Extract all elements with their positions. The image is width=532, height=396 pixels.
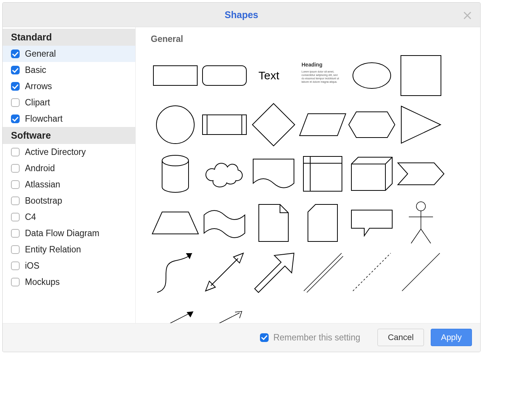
remember-setting[interactable]: Remember this setting (260, 333, 360, 343)
shape-callout[interactable] (347, 198, 396, 248)
svg-line-24 (385, 157, 392, 164)
shape-parallelogram[interactable] (298, 100, 347, 149)
shape-circle[interactable] (151, 100, 200, 149)
category-checkbox[interactable] (11, 114, 20, 123)
category-item[interactable]: iOS (3, 258, 135, 274)
shape-curve-arrow[interactable] (151, 248, 200, 297)
shape-text[interactable]: Text (249, 51, 298, 100)
shape-link[interactable] (298, 248, 347, 297)
category-item[interactable]: Basic (3, 62, 135, 78)
svg-rect-0 (153, 66, 197, 85)
category-item[interactable]: General (3, 46, 135, 62)
svg-marker-14 (252, 104, 295, 146)
category-checkbox[interactable] (11, 196, 20, 205)
shape-bi-arrow[interactable] (200, 248, 249, 297)
shape-tape[interactable] (200, 198, 249, 248)
shape-preview-panel[interactable]: General Text Heading Lorem ipsum dolor s… (136, 27, 480, 323)
category-item[interactable]: Mockups (3, 274, 135, 290)
svg-rect-1 (203, 66, 246, 85)
category-item[interactable]: Active Directory (3, 144, 135, 160)
close-icon[interactable] (460, 8, 475, 23)
shape-card[interactable] (298, 198, 347, 248)
svg-marker-15 (300, 114, 346, 136)
dialog-footer: Remember this setting Cancel Apply (3, 323, 480, 352)
shape-dashed-line[interactable] (347, 248, 396, 297)
svg-point-8 (353, 63, 391, 88)
shape-cloud[interactable] (200, 149, 249, 198)
shape-triangle[interactable] (396, 100, 445, 149)
shape-trapezoid[interactable] (151, 198, 200, 248)
category-checkbox[interactable] (11, 148, 20, 156)
svg-point-10 (156, 106, 194, 144)
shape-rounded-rectangle[interactable] (200, 51, 249, 100)
shape-cylinder[interactable] (151, 149, 200, 198)
category-label: Bootstrap (25, 196, 62, 206)
svg-line-39 (307, 256, 343, 292)
cancel-button[interactable]: Cancel (377, 329, 424, 346)
shape-note[interactable] (249, 198, 298, 248)
preview-title: General (151, 34, 470, 44)
category-checkbox[interactable] (11, 66, 20, 74)
shape-internal-storage[interactable] (298, 149, 347, 198)
shape-text-block[interactable]: Heading Lorem ipsum dolor sit amet, cons… (298, 51, 347, 100)
shape-ellipse[interactable] (347, 51, 396, 100)
svg-marker-27 (152, 212, 198, 234)
category-checkbox[interactable] (11, 98, 20, 107)
category-checkbox[interactable] (11, 245, 20, 254)
category-checkbox[interactable] (11, 164, 20, 173)
category-item[interactable]: Flowchart (3, 111, 135, 127)
category-checkbox[interactable] (11, 261, 20, 270)
category-checkbox[interactable] (11, 229, 20, 238)
svg-text:do eiusmod tempor incididunt u: do eiusmod tempor incididunt ut (302, 77, 339, 80)
shape-thin-arrow[interactable] (200, 297, 249, 323)
svg-point-28 (416, 202, 425, 211)
shape-step[interactable] (396, 149, 445, 198)
shape-arrow[interactable] (249, 248, 298, 297)
category-item[interactable]: C4 (3, 209, 135, 225)
category-item[interactable]: Entity Relation (3, 241, 135, 258)
category-item[interactable]: Bootstrap (3, 193, 135, 209)
svg-text:labore et dolore magna aliqua.: labore et dolore magna aliqua. (302, 80, 337, 84)
svg-line-38 (304, 253, 342, 291)
category-item[interactable]: Data Flow Diagram (3, 225, 135, 241)
category-label: Clipart (25, 97, 50, 108)
svg-point-18 (162, 155, 189, 166)
category-label: Atlassian (25, 179, 60, 190)
category-checkbox[interactable] (11, 82, 20, 91)
svg-text:consectetur adipiscing elit, s: consectetur adipiscing elit, sed (302, 74, 337, 77)
shape-square[interactable] (396, 51, 445, 100)
category-label: Entity Relation (25, 244, 81, 255)
shape-diamond[interactable] (249, 100, 298, 149)
shape-process-frame[interactable] (200, 100, 249, 149)
svg-marker-26 (398, 163, 444, 185)
category-sidebar[interactable]: StandardGeneralBasicArrowsClipartFlowcha… (3, 27, 136, 323)
dialog-title: Shapes (225, 9, 258, 20)
apply-button[interactable]: Apply (431, 329, 472, 346)
remember-checkbox[interactable] (260, 333, 269, 342)
shape-directional-connector[interactable] (151, 297, 200, 323)
category-item[interactable]: Android (3, 160, 135, 176)
category-checkbox[interactable] (11, 213, 20, 221)
svg-line-34 (211, 258, 238, 286)
svg-rect-19 (303, 156, 342, 191)
shape-cube[interactable] (347, 149, 396, 198)
shape-actor[interactable] (396, 198, 445, 248)
svg-marker-16 (349, 112, 395, 138)
svg-rect-9 (401, 56, 441, 96)
shape-rectangle[interactable] (151, 51, 200, 100)
svg-line-44 (206, 313, 240, 323)
shape-line[interactable] (396, 248, 445, 297)
svg-marker-33 (186, 253, 192, 259)
category-checkbox[interactable] (11, 50, 20, 58)
category-label: General (25, 49, 56, 59)
dialog-header: Shapes (3, 3, 480, 27)
shape-document[interactable] (249, 149, 298, 198)
shape-hexagon[interactable] (347, 100, 396, 149)
category-item[interactable]: Clipart (3, 94, 135, 111)
category-checkbox[interactable] (11, 180, 20, 189)
svg-text:Heading: Heading (302, 62, 322, 68)
category-item[interactable]: Atlassian (3, 176, 135, 193)
category-item[interactable]: Arrows (3, 78, 135, 94)
category-group-header: Software (3, 127, 135, 144)
category-checkbox[interactable] (11, 278, 20, 286)
